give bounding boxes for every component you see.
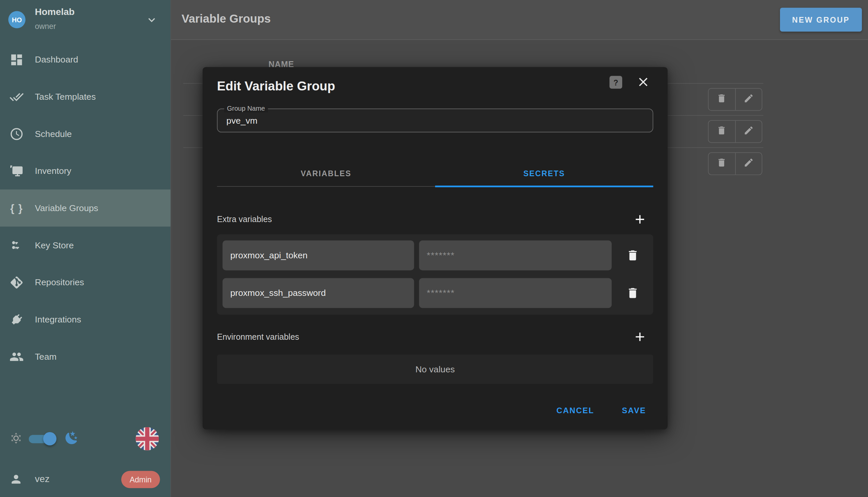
monitor-icon xyxy=(9,164,24,178)
secret-value-box xyxy=(419,240,612,270)
plus-icon xyxy=(633,219,647,228)
check-all-icon xyxy=(9,89,24,104)
edit-row-button[interactable] xyxy=(735,153,762,174)
new-group-button[interactable]: NEW GROUP xyxy=(780,8,862,32)
table-row xyxy=(708,88,762,111)
secret-name-input[interactable] xyxy=(223,240,414,270)
sidebar-item-label: Schedule xyxy=(35,129,72,139)
pencil-icon xyxy=(744,125,754,138)
sidebar-item-label: Team xyxy=(35,351,57,361)
edit-variable-group-dialog: Edit Variable Group ? Group Name VARIABL… xyxy=(203,67,668,429)
git-icon xyxy=(9,275,24,289)
save-button[interactable]: SAVE xyxy=(622,406,646,415)
screen: Variable Groups NEW GROUP NAME HO Homela… xyxy=(0,0,868,497)
group-name-input[interactable] xyxy=(226,109,636,132)
trash-icon xyxy=(626,292,639,301)
environment-variables-heading: Environment variables xyxy=(217,332,299,341)
edit-row-button[interactable] xyxy=(735,121,762,142)
tab-variables[interactable]: VARIABLES xyxy=(217,160,435,186)
dialog-tabs: VARIABLES SECRETS xyxy=(217,160,653,187)
sidebar-item-label: Dashboard xyxy=(35,55,78,65)
secret-row xyxy=(223,278,648,308)
sidebar-item-dashboard[interactable]: Dashboard xyxy=(0,41,171,78)
user-row[interactable]: vez Admin xyxy=(0,465,171,493)
dark-mode-toggle[interactable] xyxy=(29,435,55,443)
sidebar-item-variable-groups[interactable]: { } Variable Groups xyxy=(0,189,171,227)
uk-flag[interactable] xyxy=(135,427,159,451)
secret-value-input[interactable] xyxy=(419,240,612,270)
sidebar-item-label: Inventory xyxy=(35,166,71,176)
add-environment-variable-button[interactable] xyxy=(633,330,647,344)
toggle-knob xyxy=(43,432,57,445)
trash-icon xyxy=(626,254,639,264)
clock-icon xyxy=(9,127,24,141)
sidebar-item-repositories[interactable]: Repositories xyxy=(0,264,171,301)
admin-badge: Admin xyxy=(121,471,160,488)
active-tab-indicator xyxy=(435,185,653,187)
delete-secret-button[interactable] xyxy=(626,287,639,300)
braces-icon: { } xyxy=(9,201,24,215)
topbar: Variable Groups NEW GROUP xyxy=(171,0,868,40)
trash-icon xyxy=(717,157,727,170)
secret-value-box xyxy=(419,278,612,308)
sidebar-item-label: Variable Groups xyxy=(35,203,98,213)
dialog-title: Edit Variable Group xyxy=(217,79,335,94)
table-row xyxy=(708,120,762,143)
sidebar-item-schedule[interactable]: Schedule xyxy=(0,115,171,153)
sidebar-item-key-store[interactable]: Key Store xyxy=(0,227,171,264)
sidebar-item-label: Repositories xyxy=(35,277,84,287)
sidebar-item-team[interactable]: Team xyxy=(0,338,171,375)
extra-variables-panel xyxy=(217,235,653,315)
environment-variables-empty: No values xyxy=(217,355,653,384)
chevron-down-icon xyxy=(145,13,159,27)
sidebar-item-inventory[interactable]: Inventory xyxy=(0,152,171,189)
sidebar-nav: Dashboard Task Templates Schedule Invent… xyxy=(0,41,171,375)
person-icon xyxy=(9,472,23,486)
secret-row xyxy=(223,240,648,270)
trash-icon xyxy=(717,125,727,138)
secret-name-input[interactable] xyxy=(223,278,414,308)
group-name-field: Group Name xyxy=(217,109,653,133)
cancel-button[interactable]: CANCEL xyxy=(556,406,594,415)
close-icon[interactable] xyxy=(636,75,650,89)
sidebar-item-label: Key Store xyxy=(35,240,74,250)
delete-secret-button[interactable] xyxy=(626,248,639,262)
help-icon[interactable]: ? xyxy=(609,76,622,88)
sidebar-item-integrations[interactable]: Integrations xyxy=(0,301,171,338)
people-icon xyxy=(9,350,24,364)
page-title: Variable Groups xyxy=(182,12,271,26)
project-avatar: HO xyxy=(8,11,26,28)
sidebar-item-task-templates[interactable]: Task Templates xyxy=(0,78,171,115)
tab-secrets[interactable]: SECRETS xyxy=(435,160,653,186)
sidebar: HO Homelab owner Dashboard Task Template… xyxy=(0,0,171,497)
delete-row-button[interactable] xyxy=(708,121,735,142)
add-extra-variable-button[interactable] xyxy=(633,212,647,226)
dashboard-icon xyxy=(9,52,24,67)
delete-row-button[interactable] xyxy=(708,89,735,110)
sidebar-item-label: Integrations xyxy=(35,314,81,325)
sidebar-item-label: Task Templates xyxy=(35,92,96,102)
edit-row-button[interactable] xyxy=(735,89,762,110)
delete-row-button[interactable] xyxy=(708,153,735,174)
pencil-icon xyxy=(744,157,754,170)
plug-icon xyxy=(9,312,24,326)
pencil-icon xyxy=(744,93,754,106)
project-name: Homelab xyxy=(35,6,75,18)
dialog-actions: CANCEL SAVE xyxy=(203,400,646,422)
extra-variables-heading: Extra variables xyxy=(217,214,272,224)
table-row xyxy=(708,152,762,175)
secret-name-box xyxy=(223,240,414,270)
plus-icon xyxy=(633,337,647,346)
keys-icon xyxy=(9,238,24,252)
secret-value-input[interactable] xyxy=(419,278,612,308)
sun-icon xyxy=(9,431,23,445)
secret-name-box xyxy=(223,278,414,308)
username: vez xyxy=(35,474,49,485)
trash-icon xyxy=(717,93,727,106)
moon-stars-icon xyxy=(64,430,79,445)
theme-switcher-row xyxy=(0,422,171,454)
project-switcher[interactable]: HO Homelab owner xyxy=(0,0,171,40)
project-role: owner xyxy=(35,22,56,31)
